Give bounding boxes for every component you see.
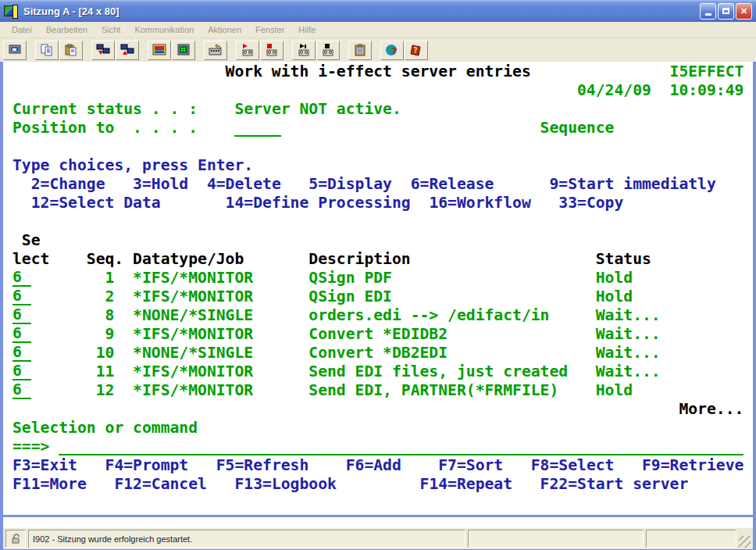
- menu-datei[interactable]: Datei: [5, 23, 39, 36]
- stop-macro-icon: [265, 44, 279, 56]
- select-input[interactable]: 6: [12, 306, 31, 324]
- row-datatype: *IFS/*MONITOR: [133, 362, 253, 381]
- row-datatype: *NONE/*SINGLE: [133, 344, 253, 362]
- select-input[interactable]: 6: [12, 288, 31, 305]
- help-button[interactable]: ?: [405, 41, 428, 60]
- row-description: orders.edi --> /edifact/in: [308, 306, 549, 325]
- keyboard-setup-button[interactable]: [204, 41, 227, 60]
- select-input[interactable]: 6: [12, 269, 31, 287]
- paste-button[interactable]: [59, 41, 83, 60]
- menu-hilfe[interactable]: Hilfe: [291, 23, 323, 36]
- send-file-to-host-icon: [96, 44, 110, 56]
- minimize-button[interactable]: [700, 3, 716, 20]
- maximize-button[interactable]: [718, 3, 734, 20]
- frame-gap: [3, 517, 753, 528]
- menu-kommunikation[interactable]: Kommunikation: [127, 23, 201, 36]
- display-setup-button[interactable]: [148, 41, 171, 60]
- row-datatype: *IFS/*MONITOR: [133, 381, 253, 400]
- play-macro-button[interactable]: [292, 41, 316, 60]
- column-header-lect: lect: [12, 250, 49, 269]
- display-sessions-icon: [177, 44, 191, 56]
- record-macro-button[interactable]: [236, 41, 259, 60]
- play-macro-icon: [297, 44, 311, 56]
- resize-grip[interactable]: [739, 536, 751, 548]
- menu-fenster[interactable]: Fenster: [248, 23, 291, 36]
- row-status: Hold: [596, 381, 633, 400]
- application-window: Sitzung A - [24 x 80] ✕ Datei Bearbeiten…: [0, 0, 756, 550]
- command-input[interactable]: [59, 438, 744, 455]
- position-to-input[interactable]: [234, 119, 280, 137]
- close-icon: ✕: [740, 6, 747, 16]
- window-title: Sitzung A - [24 x 80]: [23, 5, 700, 17]
- row-description: Convert *EDIDB2: [308, 325, 448, 344]
- clipboard-icon: [353, 44, 367, 56]
- print-screen-button[interactable]: [3, 41, 27, 60]
- send-file-button[interactable]: [91, 41, 115, 60]
- row-description: QSign EDI: [308, 288, 392, 306]
- column-header-datatype: Datatype/Job: [133, 250, 244, 269]
- row-seq: 11: [77, 362, 114, 381]
- row-seq: 1: [77, 269, 114, 288]
- row-description: Send EDI, PARTNER(*FRMFILE): [308, 381, 558, 400]
- menu-sicht[interactable]: Sicht: [94, 23, 127, 36]
- copy-button[interactable]: [35, 41, 59, 60]
- paste-icon: [64, 44, 78, 56]
- record-macro-icon: [241, 44, 255, 56]
- status-message: I902 - Sitzung wurde erfolgreich gestart…: [28, 530, 465, 548]
- row-seq: 12: [77, 381, 114, 400]
- column-header-se: Se: [22, 231, 41, 250]
- fkeys-line-1: F3=Exit F4=Prompt F5=Refresh F6=Add F7=S…: [12, 456, 744, 475]
- row-datatype: *IFS/*MONITOR: [133, 325, 253, 344]
- display-sessions-button[interactable]: [172, 41, 195, 60]
- select-input[interactable]: 6: [12, 381, 31, 399]
- row-datatype: *NONE/*SINGLE: [133, 306, 253, 325]
- pause-macro-button[interactable]: [316, 41, 340, 60]
- screen-title: Work with i-effect server entries: [226, 62, 531, 81]
- row-status: Wait...: [596, 362, 661, 381]
- maximize-icon: [722, 8, 729, 14]
- row-status: Hold: [596, 288, 633, 306]
- web-support-icon: ?: [385, 44, 399, 56]
- row-description: QSign PDF: [308, 269, 392, 288]
- status-bar: I902 - Sitzung wurde erfolgreich gestart…: [3, 528, 753, 549]
- status-panel-3: [646, 530, 736, 548]
- row-status: Wait...: [596, 325, 661, 344]
- select-input[interactable]: 6: [12, 344, 31, 362]
- menu-aktionen[interactable]: Aktionen: [201, 23, 248, 36]
- title-bar: Sitzung A - [24 x 80] ✕: [0, 0, 756, 22]
- row-status: Hold: [596, 269, 633, 288]
- screen-date: 04/24/09: [577, 81, 651, 100]
- current-status-label: Current status . . :: [12, 100, 198, 119]
- more-indicator: More...: [679, 400, 744, 419]
- unlocked-padlock-icon: [11, 534, 21, 544]
- stop-macro-button[interactable]: [260, 41, 284, 60]
- position-to-label: Position to . . . .: [12, 119, 198, 138]
- close-button[interactable]: ✕: [736, 3, 752, 20]
- select-input[interactable]: 6: [12, 325, 31, 343]
- pause-macro-icon: [321, 44, 335, 56]
- toolbar: ? ?: [0, 38, 756, 62]
- clipboard-button[interactable]: [348, 41, 372, 60]
- column-header-status: Status: [596, 250, 651, 269]
- copy-icon: [40, 44, 54, 56]
- app-icon[interactable]: [4, 5, 20, 18]
- row-seq: 9: [77, 325, 114, 344]
- column-header-description: Description: [308, 250, 410, 269]
- status-panel-2: [468, 530, 644, 548]
- web-support-button[interactable]: ?: [380, 41, 404, 60]
- menu-bearbeiten[interactable]: Bearbeiten: [39, 23, 94, 36]
- keyboard-setup-icon: [209, 44, 223, 56]
- fkeys-line-2: F11=More F12=Cancel F13=Logbook F14=Repe…: [12, 475, 688, 494]
- row-seq: 2: [77, 288, 114, 306]
- terminal-screen[interactable]: Work with i-effect server entries I5EFFE…: [3, 62, 753, 517]
- row-seq: 8: [77, 306, 114, 325]
- display-setup-icon: [152, 44, 166, 56]
- instruction-line: Type choices, press Enter.: [12, 156, 253, 175]
- row-seq: 10: [77, 344, 114, 362]
- column-header-seq: Seq.: [87, 250, 123, 269]
- row-datatype: *IFS/*MONITOR: [133, 269, 253, 288]
- program-name: I5EFFECT: [670, 62, 744, 81]
- status-icon-panel: [5, 530, 26, 548]
- receive-file-button[interactable]: [116, 41, 139, 60]
- select-input[interactable]: 6: [12, 362, 31, 380]
